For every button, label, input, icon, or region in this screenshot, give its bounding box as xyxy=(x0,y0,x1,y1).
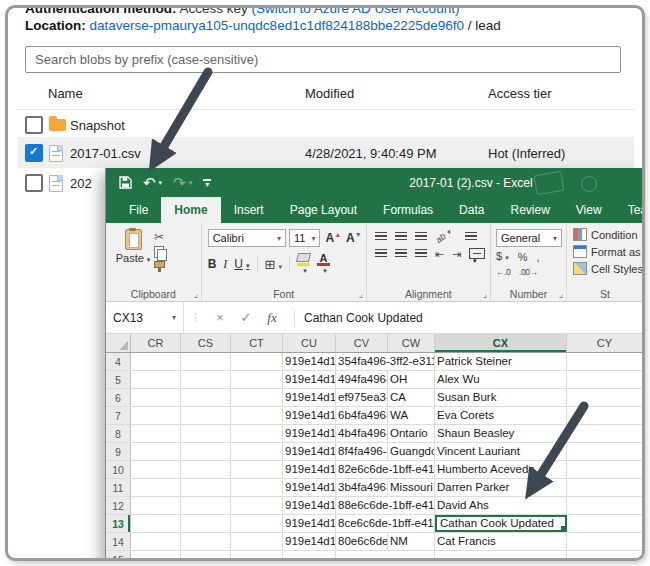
cell-CY13[interactable] xyxy=(567,515,643,532)
column-header-name[interactable]: Name xyxy=(48,86,83,101)
align-middle-icon[interactable] xyxy=(395,232,407,241)
grid-col-header-CX[interactable]: CX xyxy=(435,334,567,352)
cell-CV4[interactable]: 354fa496-3ff2-e311-9 xyxy=(336,353,435,370)
customize-qat-icon[interactable]: ▾ xyxy=(203,179,211,187)
cell-CX5[interactable]: Alex Wu xyxy=(435,371,567,388)
cell-CR11[interactable] xyxy=(131,479,181,496)
cell-CX6[interactable]: Susan Burk xyxy=(435,389,567,406)
formula-input[interactable]: Cathan Cook Updated xyxy=(304,311,423,325)
cell-CV9[interactable]: 8f4fa496-3 xyxy=(336,443,388,460)
cell-CW6[interactable]: CA xyxy=(388,389,435,406)
font-dialog-launcher[interactable]: ⌟ xyxy=(358,289,362,299)
blob-checkbox-Snapshot[interactable] xyxy=(25,116,43,134)
cell-CS8[interactable] xyxy=(181,425,231,442)
wrap-text-icon[interactable] xyxy=(465,232,477,241)
cell-CV5[interactable]: 494fa496-3 xyxy=(336,371,388,388)
cell-CS5[interactable] xyxy=(181,371,231,388)
cell-CX7[interactable]: Eva Corets xyxy=(435,407,567,424)
grid-row-header-10[interactable]: 10 xyxy=(106,461,131,478)
grid-row-header-6[interactable]: 6 xyxy=(106,389,131,406)
align-center-icon[interactable] xyxy=(395,249,407,258)
grid-row-header-15[interactable]: 15 xyxy=(106,551,131,561)
cell-CX13[interactable]: Cathan Cook Updated xyxy=(435,515,567,532)
number-dialog-launcher[interactable]: ⌟ xyxy=(559,289,563,299)
cell-CU9[interactable]: 919e14d1- xyxy=(283,443,336,460)
cell-CT10[interactable] xyxy=(231,461,283,478)
grid-row-header-13[interactable]: 13 xyxy=(106,515,131,532)
orientation-icon[interactable]: ab xyxy=(433,227,452,245)
tab-formulas[interactable]: Formulas xyxy=(370,197,446,223)
tab-review[interactable]: Review xyxy=(497,197,562,223)
cell-CU5[interactable]: 919e14d1- xyxy=(283,371,336,388)
enter-icon[interactable]: ✓ xyxy=(233,310,259,325)
cell-CT7[interactable] xyxy=(231,407,283,424)
increase-indent-icon[interactable]: ⇥ xyxy=(452,249,461,259)
grid-row-header-11[interactable]: 11 xyxy=(106,479,131,496)
italic-button[interactable]: I xyxy=(223,257,227,272)
decrease-decimal-icon[interactable]: .00→ xyxy=(519,267,537,277)
cell-CR6[interactable] xyxy=(131,389,181,406)
tab-file[interactable]: File xyxy=(116,197,161,223)
copy-icon[interactable] xyxy=(154,246,164,258)
cell-CV13[interactable]: 8ce6c6de-1bff-e411- xyxy=(336,515,435,532)
cell-CR13[interactable] xyxy=(131,515,181,532)
cell-CX12[interactable]: David Ahs xyxy=(435,497,567,514)
blob-name[interactable]: Snapshot xyxy=(70,117,125,132)
cell-CU10[interactable]: 919e14d1- xyxy=(283,461,336,478)
cell-CT13[interactable] xyxy=(231,515,283,532)
insert-function-icon[interactable]: fx xyxy=(259,310,285,326)
blob-checkbox-2017-01.csv[interactable] xyxy=(25,144,43,162)
cell-CX14[interactable]: Cat Francis xyxy=(435,533,567,550)
cell-CW7[interactable]: WA xyxy=(388,407,435,424)
cell-CT8[interactable] xyxy=(231,425,283,442)
cell-CV8[interactable]: 4b4fa496- xyxy=(336,425,388,442)
tab-page-layout[interactable]: Page Layout xyxy=(277,197,370,223)
cell-CR12[interactable] xyxy=(131,497,181,514)
grid-col-header-CU[interactable]: CU xyxy=(283,334,336,352)
cell-CV6[interactable]: ef975ea3- xyxy=(336,389,388,406)
cell-CU13[interactable]: 919e14d1- xyxy=(283,515,336,532)
borders-icon[interactable]: ⊞ xyxy=(265,257,282,272)
cell-CW5[interactable]: OH xyxy=(388,371,435,388)
accounting-format-icon[interactable]: $ xyxy=(496,251,509,263)
cell-CT4[interactable] xyxy=(231,353,283,370)
cell-CY5[interactable] xyxy=(567,371,643,388)
blob-row-Snapshot[interactable]: Snapshot xyxy=(18,112,634,137)
font-size-dropdown[interactable]: 11▾ xyxy=(289,229,321,247)
underline-button[interactable]: U xyxy=(234,257,249,271)
cell-CU11[interactable]: 919e14d1- xyxy=(283,479,336,496)
grid-row-header-5[interactable]: 5 xyxy=(106,371,131,388)
cell-CS12[interactable] xyxy=(181,497,231,514)
cell-CY10[interactable] xyxy=(567,461,643,478)
cell-CS7[interactable] xyxy=(181,407,231,424)
number-format-dropdown[interactable]: General▾ xyxy=(496,229,562,247)
tab-team[interactable]: Team xyxy=(615,197,645,223)
cell-CX10[interactable]: Humberto Acevedo xyxy=(435,461,567,478)
grid-row-header-4[interactable]: 4 xyxy=(106,353,131,370)
blob-name[interactable]: 2017-01.csv xyxy=(70,145,141,160)
cell-CY14[interactable] xyxy=(567,533,643,550)
cell-CR8[interactable] xyxy=(131,425,181,442)
grid-col-header-CW[interactable]: CW xyxy=(388,334,435,352)
font-color-icon[interactable]: A xyxy=(317,254,330,275)
alignment-dialog-launcher[interactable]: ⌟ xyxy=(483,289,487,299)
cell-CR15[interactable] xyxy=(131,551,181,561)
font-name-dropdown[interactable]: Calibri▾ xyxy=(208,229,286,247)
cell-CU8[interactable]: 919e14d1- xyxy=(283,425,336,442)
bold-button[interactable]: B xyxy=(208,257,217,271)
cell-CS10[interactable] xyxy=(181,461,231,478)
cell-CR5[interactable] xyxy=(131,371,181,388)
styles-item-cell-styles[interactable]: Cell Styles xyxy=(573,262,643,275)
cell-CT5[interactable] xyxy=(231,371,283,388)
cell-CS13[interactable] xyxy=(181,515,231,532)
cell-CY11[interactable] xyxy=(567,479,643,496)
cell-CY9[interactable] xyxy=(567,443,643,460)
cell-CY15[interactable] xyxy=(567,551,643,561)
cell-CS4[interactable] xyxy=(181,353,231,370)
percent-style-icon[interactable]: % xyxy=(518,252,528,263)
cell-CX15[interactable] xyxy=(435,551,567,561)
fill-color-icon[interactable] xyxy=(297,253,310,275)
cell-CR10[interactable] xyxy=(131,461,181,478)
merge-center-icon[interactable] xyxy=(469,248,485,259)
align-top-icon[interactable] xyxy=(375,232,387,241)
